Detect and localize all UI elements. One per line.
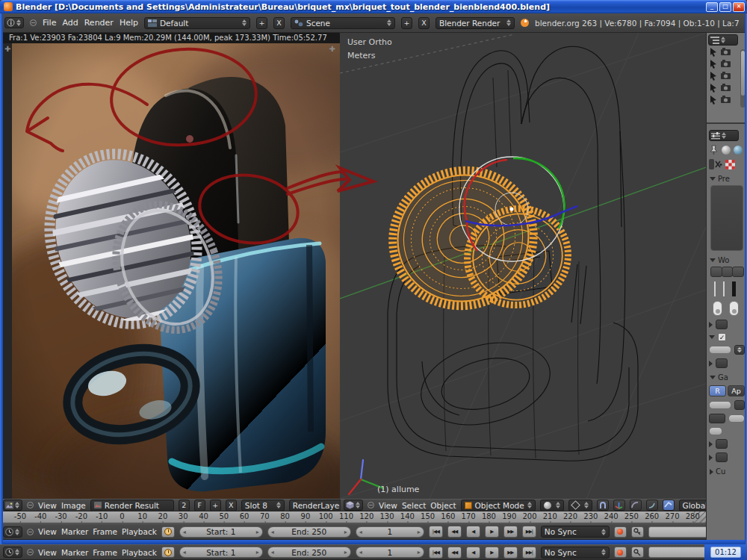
- scale-manipulator-button[interactable]: [646, 500, 658, 511]
- scene-add-button[interactable]: +: [401, 17, 412, 29]
- editor-type-properties-button[interactable]: [709, 130, 739, 141]
- image-editor-viewport[interactable]: Fra:1 Ve:23903 Fa:23804 La:9 Mem:20.29M …: [0, 33, 340, 499]
- preview-range-clock-button[interactable]: [161, 526, 175, 538]
- scene-delete-button[interactable]: X: [418, 17, 430, 29]
- sync-mode-selector[interactable]: No Sync: [541, 526, 610, 538]
- value-slider[interactable]: [728, 414, 745, 423]
- editor-type-outliner-button[interactable]: [708, 34, 738, 46]
- image-menu-image[interactable]: Image: [61, 501, 86, 510]
- image-datablock-selector[interactable]: Render Result: [90, 500, 174, 511]
- titlebar[interactable]: Blender [D:\Documents and Settings\Admin…: [0, 0, 747, 13]
- header-collapse-icon[interactable]: [27, 502, 34, 508]
- fake-user-button[interactable]: F: [194, 500, 205, 511]
- pivot-point-selector[interactable]: [568, 500, 592, 511]
- panel-checkbox[interactable]: ✓: [718, 333, 726, 341]
- auto-keyframe-record-button[interactable]: [614, 526, 627, 538]
- collapsed-panel[interactable]: [716, 439, 728, 449]
- next-keyframe-button[interactable]: ▶▶: [503, 547, 518, 559]
- render-camera-icon[interactable]: [721, 96, 731, 103]
- layout-add-button[interactable]: +: [256, 17, 267, 29]
- rotate-manipulator-button[interactable]: [630, 500, 642, 511]
- play-reverse-button[interactable]: ◀: [466, 547, 480, 559]
- frame-end-slider[interactable]: End: 250: [267, 547, 351, 558]
- view3d-menu-object[interactable]: Object: [430, 501, 456, 510]
- image-users-button[interactable]: 2: [179, 500, 190, 511]
- pin-icon[interactable]: [709, 145, 719, 155]
- keying-mode-button[interactable]: [631, 547, 644, 558]
- jump-to-start-button[interactable]: |◀◀: [429, 526, 443, 538]
- value-field[interactable]: [709, 414, 725, 423]
- selectable-cursor-icon[interactable]: [709, 95, 718, 105]
- next-keyframe-button[interactable]: ▶▶: [503, 526, 518, 538]
- render-camera-icon[interactable]: [721, 84, 731, 91]
- snap-toggle-button[interactable]: [597, 500, 609, 511]
- mini-slider[interactable]: [709, 427, 722, 435]
- timeline-menu-frame[interactable]: Frame: [93, 527, 117, 536]
- menu-add[interactable]: Add: [62, 18, 78, 28]
- close-button[interactable]: ✕: [733, 2, 745, 12]
- constraint-tab-icon[interactable]: [709, 159, 722, 169]
- section-preview[interactable]: Pre: [710, 175, 744, 183]
- gather-approximate-button[interactable]: Ap: [728, 385, 745, 396]
- timeline-menu-frame[interactable]: Frame: [93, 548, 117, 557]
- selectable-cursor-icon[interactable]: [709, 47, 718, 57]
- preview-range-clock-button[interactable]: [161, 547, 175, 558]
- menu-file[interactable]: File: [43, 18, 56, 28]
- world-color-bars[interactable]: [714, 281, 740, 296]
- render-engine-selector[interactable]: Blender Render: [436, 17, 515, 29]
- selectable-cursor-icon[interactable]: [709, 59, 718, 69]
- timeline-ruler[interactable]: -50-40-30-20-100102030405060708090100110…: [0, 511, 706, 523]
- keying-set-field[interactable]: [648, 547, 704, 558]
- viewport-3d[interactable]: User Ortho Meters (1) allume: [340, 33, 706, 499]
- view3d-menu-select[interactable]: Select: [402, 501, 426, 510]
- selectable-cursor-icon[interactable]: [709, 83, 718, 93]
- image-unlink-button[interactable]: X: [226, 500, 237, 511]
- timeline-menu-playback[interactable]: Playback: [122, 548, 157, 557]
- frame-start-slider[interactable]: Start: 1: [179, 526, 263, 538]
- region-expand-icon[interactable]: ✚: [4, 45, 10, 53]
- current-frame-field[interactable]: 1: [356, 526, 424, 538]
- editor-type-timeline-button[interactable]: [3, 547, 22, 558]
- timeline-menu-view[interactable]: View: [38, 548, 57, 557]
- view3d-menu-view[interactable]: View: [379, 501, 397, 510]
- toggle-slider[interactable]: [713, 301, 722, 316]
- section-world[interactable]: Wo: [710, 256, 744, 264]
- gather-raytrace-button[interactable]: R: [709, 385, 726, 396]
- editor-type-timeline-button[interactable]: [3, 526, 22, 538]
- mode-selector[interactable]: Object Mode: [461, 500, 536, 511]
- timeline-menu-view[interactable]: View: [38, 527, 57, 536]
- keying-set-field[interactable]: [648, 526, 706, 538]
- play-button[interactable]: ▶: [485, 526, 499, 538]
- manipulator-space-button[interactable]: [663, 500, 675, 511]
- sync-mode-selector[interactable]: No Sync: [541, 547, 610, 559]
- collapsed-panel[interactable]: [716, 358, 728, 368]
- value-slider[interactable]: [709, 346, 731, 354]
- context-tab-render-icon[interactable]: [722, 146, 731, 155]
- frame-end-slider[interactable]: End: 250: [267, 526, 351, 538]
- header-collapse-icon[interactable]: [368, 502, 374, 508]
- render-checker-tab-icon[interactable]: [725, 160, 735, 169]
- render-layer-selector[interactable]: RenderLayer: [289, 500, 340, 511]
- menu-help[interactable]: Help: [120, 18, 138, 28]
- header-collapse-icon[interactable]: [27, 549, 34, 556]
- menu-render[interactable]: Render: [84, 18, 114, 28]
- editor-type-image-button[interactable]: [3, 500, 22, 511]
- collapsed-panel[interactable]: [716, 452, 728, 462]
- header-collapse-icon[interactable]: [27, 529, 34, 535]
- properties-panel[interactable]: Pre Wo ✓ Ga R Ap Cu: [707, 124, 747, 480]
- world-toggle-buttons[interactable]: [710, 267, 743, 277]
- play-reverse-button[interactable]: ◀: [466, 526, 480, 538]
- section-gather[interactable]: Ga: [710, 373, 744, 382]
- timeline-menu-playback[interactable]: Playback: [122, 527, 157, 536]
- value-slider[interactable]: [709, 401, 731, 409]
- region-expand-icon[interactable]: ✚: [329, 45, 335, 53]
- transform-orientation-selector[interactable]: Global: [679, 500, 706, 511]
- render-camera-icon[interactable]: [721, 48, 731, 55]
- scene-selector[interactable]: Scene: [291, 17, 395, 29]
- render-camera-icon[interactable]: [721, 60, 731, 67]
- context-tab-world-icon[interactable]: [734, 146, 743, 155]
- frame-start-slider[interactable]: Start: 1: [179, 547, 263, 558]
- jump-to-end-button[interactable]: ▶▶|: [522, 526, 536, 538]
- render-slot-selector[interactable]: Slot 8: [241, 500, 285, 511]
- keying-mode-button[interactable]: [631, 526, 644, 538]
